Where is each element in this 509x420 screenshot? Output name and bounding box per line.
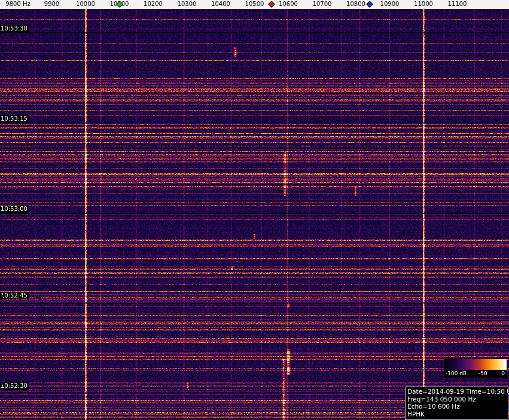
- freq-tick-label: 9900: [44, 1, 59, 7]
- legend-labels: -100 dB -50 0: [444, 370, 507, 378]
- freq-marker-blue-icon[interactable]: [366, 1, 373, 7]
- meteor-spectrogram-app: 9800 Hz990010000101001020010300104001050…: [0, 0, 509, 420]
- info-station-id: HPHK: [407, 410, 506, 418]
- freq-tick-label: 10600: [279, 1, 298, 7]
- info-echo-freq: Echo=10 600 Hz: [407, 403, 506, 410]
- freq-tick-label: 10200: [144, 1, 163, 7]
- freq-tick-label: 9800 Hz: [5, 1, 30, 7]
- legend-min-label: -100 dB: [446, 370, 467, 376]
- spectrogram-canvas: [0, 9, 509, 420]
- freq-tick-label: 10900: [380, 1, 400, 7]
- legend-max-label: 0: [501, 370, 505, 376]
- info-date-time: Date=2014-09-19 Time=10:50 UTC: [407, 388, 506, 396]
- colormap-gradient: [444, 359, 507, 370]
- freq-tick-label: 10800: [346, 1, 365, 7]
- freq-tick-label: 10400: [211, 1, 230, 7]
- frequency-axis: 9800 Hz990010000101001020010300104001050…: [0, 0, 509, 9]
- status-info-box: Date=2014-09-19 Time=10:50 UTC Freq=143 …: [405, 387, 508, 420]
- legend-mid-label: -50: [478, 370, 487, 376]
- info-frequency: Freq=143 050 000 Hz: [407, 396, 506, 403]
- freq-tick-label: 11100: [448, 1, 467, 7]
- freq-tick-label: 10300: [178, 1, 197, 7]
- freq-tick-label: 10700: [313, 1, 332, 7]
- freq-tick-label: 10500: [245, 1, 264, 7]
- freq-marker-red-icon[interactable]: [268, 1, 275, 7]
- intensity-legend: -100 dB -50 0: [444, 358, 507, 378]
- freq-tick-label: 11000: [414, 1, 433, 7]
- freq-tick-label: 10000: [76, 1, 95, 7]
